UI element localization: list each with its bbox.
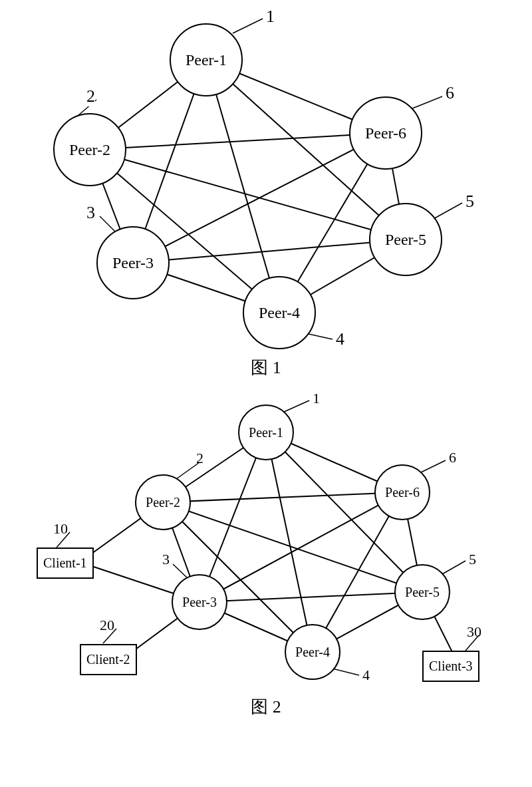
peer-label: Peer-1 <box>249 425 283 440</box>
svg-line-40 <box>283 400 309 412</box>
ref-num-1: 1 <box>313 390 320 407</box>
peer-node-4: Peer-4 <box>285 624 340 680</box>
peer-node-4: Peer-4 <box>243 276 316 349</box>
peer-label: Peer-5 <box>405 585 440 600</box>
client-label: Client-2 <box>86 652 130 667</box>
svg-line-29 <box>163 492 402 502</box>
client-node-3: Client-3 <box>422 651 479 682</box>
ref-num-3: 3 <box>86 203 95 223</box>
peer-node-6: Peer-6 <box>349 96 422 170</box>
ref-num-4: 4 <box>336 329 344 349</box>
ref-num-c1: 10 <box>53 520 68 538</box>
client-node-1: Client-1 <box>37 548 94 579</box>
peer-label: Peer-3 <box>112 254 154 272</box>
figure-1-caption: 图 1 <box>0 356 532 379</box>
svg-line-17 <box>100 216 116 233</box>
peer-node-2: Peer-2 <box>135 474 191 530</box>
ref-num-c3: 30 <box>467 623 481 641</box>
peer-label: Peer-3 <box>182 595 217 610</box>
ref-num-4: 4 <box>362 667 370 684</box>
peer-node-2: Peer-2 <box>53 113 126 186</box>
figure-2: Peer-1 Peer-2 Peer-3 Peer-4 Peer-5 Peer-… <box>0 379 532 787</box>
peer-label: Peer-5 <box>385 231 426 249</box>
svg-line-45 <box>421 460 446 472</box>
client-label: Client-1 <box>43 555 87 571</box>
peer-node-5: Peer-5 <box>369 203 442 276</box>
peer-label: Peer-1 <box>186 51 227 69</box>
peer-label: Peer-2 <box>69 141 110 159</box>
peer-label: Peer-6 <box>365 124 406 142</box>
svg-line-31 <box>200 592 422 602</box>
peer-label: Peer-4 <box>295 645 330 660</box>
ref-num-6: 6 <box>449 449 456 466</box>
peer-label: Peer-2 <box>146 495 180 510</box>
peer-label: Peer-4 <box>259 304 300 322</box>
peer-node-1: Peer-1 <box>170 23 243 96</box>
ref-num-5: 5 <box>469 551 476 568</box>
ref-num-3: 3 <box>162 551 170 568</box>
peer-label: Peer-6 <box>385 485 420 500</box>
figure-1: Peer-1 Peer-2 Peer-3 Peer-4 Peer-5 Peer-… <box>0 0 532 379</box>
peer-node-3: Peer-3 <box>172 574 227 630</box>
ref-num-c2: 20 <box>100 617 114 634</box>
peer-node-3: Peer-3 <box>96 226 170 299</box>
svg-line-43 <box>332 669 359 675</box>
ref-num-2: 2 <box>196 450 203 467</box>
client-label: Client-3 <box>429 659 473 674</box>
svg-line-19 <box>432 203 462 220</box>
svg-line-10 <box>133 239 406 263</box>
ref-num-6: 6 <box>446 83 454 103</box>
peer-node-1: Peer-1 <box>238 404 294 460</box>
svg-line-8 <box>90 133 386 150</box>
svg-line-23 <box>266 432 313 652</box>
ref-num-1: 1 <box>266 7 275 27</box>
peer-node-6: Peer-6 <box>374 464 430 520</box>
svg-line-44 <box>442 561 466 574</box>
client-node-2: Client-2 <box>80 644 137 675</box>
figure-2-caption: 图 2 <box>0 695 532 718</box>
svg-line-20 <box>409 96 442 110</box>
svg-line-15 <box>233 19 263 33</box>
peer-node-5: Peer-5 <box>394 564 450 620</box>
ref-num-5: 5 <box>466 192 474 212</box>
ref-num-2: 2 <box>86 86 95 106</box>
